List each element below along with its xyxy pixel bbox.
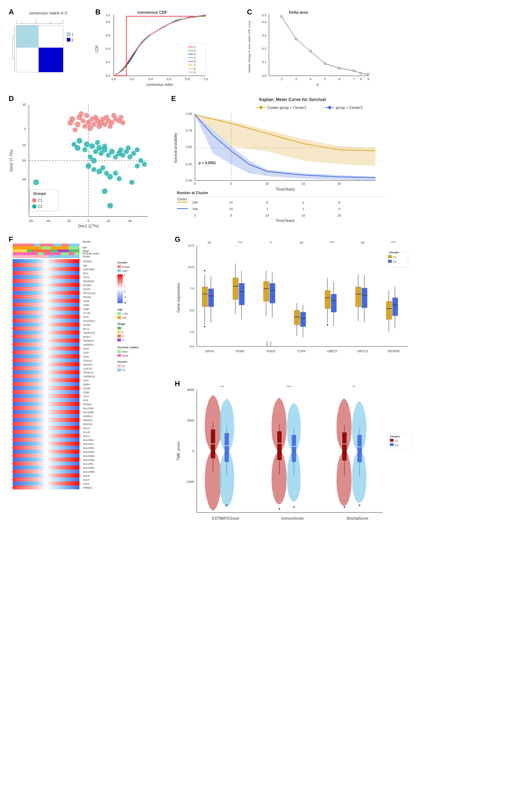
svg-text:0.50: 0.50 bbox=[186, 145, 192, 149]
svg-rect-293 bbox=[13, 462, 79, 466]
svg-rect-271 bbox=[13, 418, 79, 422]
svg-text:<=60: <=60 bbox=[122, 313, 128, 315]
svg-text:BTN3A1: BTN3A1 bbox=[83, 284, 92, 287]
svg-text:*: * bbox=[236, 245, 237, 248]
svg-text:0: 0 bbox=[24, 127, 26, 131]
panel-d-ylabel: Dim2 (7.7%) bbox=[9, 149, 13, 171]
panel-d: D 10 0 -10 -20 -30 -60 -40 -20 0 20 bbox=[7, 94, 159, 231]
panel-h-ylabel: TME score bbox=[176, 441, 181, 460]
panel-a-title: consensus matrix k=2 bbox=[29, 11, 68, 15]
panel-b-xlabel: consensus index bbox=[146, 83, 173, 87]
svg-text:StromalScore: StromalScore bbox=[347, 516, 369, 520]
svg-text:0.0: 0.0 bbox=[190, 345, 194, 348]
svg-rect-251 bbox=[13, 378, 79, 382]
svg-text:male: male bbox=[122, 270, 127, 272]
svg-text:0: 0 bbox=[87, 219, 89, 223]
svg-rect-189 bbox=[43, 252, 61, 255]
svg-text:15: 15 bbox=[301, 182, 305, 185]
svg-text:2: 2 bbox=[194, 45, 196, 49]
svg-text:II: II bbox=[122, 331, 123, 333]
svg-point-133 bbox=[135, 163, 140, 169]
svg-text:CD47: CD47 bbox=[83, 379, 89, 382]
svg-rect-279 bbox=[13, 434, 79, 438]
panel-h: H 4000 2000 0 -2000 TME score ESTIMATESc… bbox=[173, 379, 419, 541]
svg-text:Age: Age bbox=[83, 264, 87, 267]
svg-text:Stage: Stage bbox=[117, 322, 125, 326]
svg-text:Time(Years): Time(Years) bbox=[275, 219, 295, 223]
svg-rect-253 bbox=[13, 382, 79, 386]
svg-text:ICOSDSLG: ICOSDSLG bbox=[83, 320, 95, 322]
svg-text:0.00: 0.00 bbox=[186, 179, 192, 182]
svg-rect-219 bbox=[13, 315, 79, 319]
age-label: Age bbox=[82, 246, 87, 249]
svg-point-458 bbox=[279, 508, 280, 510]
svg-rect-227 bbox=[13, 331, 79, 335]
svg-text:10: 10 bbox=[265, 182, 269, 185]
svg-text:0.75: 0.75 bbox=[186, 129, 192, 132]
svg-rect-301 bbox=[13, 477, 79, 481]
svg-text:7: 7 bbox=[194, 64, 196, 67]
svg-text:0.8: 0.8 bbox=[185, 77, 190, 81]
svg-rect-237 bbox=[13, 350, 79, 354]
svg-rect-299 bbox=[13, 473, 79, 477]
svg-point-127 bbox=[100, 165, 105, 170]
svg-rect-275 bbox=[13, 426, 79, 430]
panel-c-ylabel: relative change in area under CDF curve bbox=[248, 21, 251, 73]
svg-rect-285 bbox=[13, 446, 79, 450]
svg-point-87 bbox=[96, 123, 102, 129]
cluster-block-2 bbox=[39, 48, 63, 72]
svg-text:0: 0 bbox=[192, 449, 194, 453]
svg-point-124 bbox=[86, 163, 91, 169]
svg-text:ns: ns bbox=[361, 241, 365, 244]
svg-rect-369 bbox=[239, 283, 244, 305]
svg-rect-231 bbox=[13, 339, 79, 342]
svg-rect-449 bbox=[277, 431, 282, 460]
svg-rect-397 bbox=[325, 291, 330, 309]
svg-text:HLA-F: HLA-F bbox=[83, 479, 90, 481]
svg-rect-195 bbox=[13, 267, 79, 271]
svg-text:C1: C1 bbox=[393, 256, 397, 259]
svg-text:-40: -40 bbox=[45, 219, 50, 223]
svg-text:6: 6 bbox=[194, 60, 196, 63]
svg-text:Groups: Groups bbox=[33, 192, 46, 196]
svg-rect-391 bbox=[300, 312, 306, 327]
svg-text:0.0: 0.0 bbox=[105, 74, 110, 78]
svg-rect-259 bbox=[13, 394, 79, 398]
svg-rect-184 bbox=[51, 246, 69, 249]
svg-point-469 bbox=[344, 506, 345, 508]
svg-rect-245 bbox=[13, 366, 79, 370]
svg-point-131 bbox=[113, 171, 118, 176]
svg-text:KIR2DL1: KIR2DL1 bbox=[83, 415, 93, 418]
svg-text:0.4: 0.4 bbox=[105, 47, 110, 51]
svg-point-97 bbox=[111, 113, 116, 118]
svg-text:ADORA2A: ADORA2A bbox=[83, 280, 95, 283]
svg-rect-427 bbox=[388, 255, 392, 258]
svg-text:PDCD1: PDCD1 bbox=[83, 296, 91, 298]
svg-text:6: 6 bbox=[338, 77, 340, 81]
delta-point-5 bbox=[324, 62, 326, 65]
svg-rect-147 bbox=[327, 105, 331, 109]
svg-text:****: **** bbox=[391, 241, 396, 244]
svg-rect-475 bbox=[390, 443, 394, 446]
svg-point-132 bbox=[117, 176, 122, 181]
svg-text:HLA-DOA: HLA-DOA bbox=[83, 443, 94, 445]
svg-text:5.0: 5.0 bbox=[190, 309, 194, 312]
svg-text:2.5: 2.5 bbox=[190, 330, 194, 334]
svg-point-94 bbox=[108, 124, 113, 129]
svg-rect-473 bbox=[390, 439, 394, 442]
svg-text:HLA-DRB1: HLA-DRB1 bbox=[83, 467, 95, 469]
svg-text:ns: ns bbox=[300, 241, 303, 244]
svg-text:Cluster: Cluster bbox=[389, 251, 399, 254]
svg-rect-188 bbox=[13, 252, 38, 255]
svg-text:C2: C2 bbox=[393, 260, 397, 263]
panel-a: A consensus matrix k=2 bbox=[7, 7, 87, 90]
svg-text:BTNL9: BTNL9 bbox=[83, 336, 91, 338]
svg-text:TNFRSF14: TNFRSF14 bbox=[83, 332, 95, 334]
svg-point-135 bbox=[142, 162, 147, 167]
svg-rect-267 bbox=[13, 410, 79, 414]
svg-point-123 bbox=[135, 147, 140, 152]
svg-text:-20: -20 bbox=[66, 219, 71, 223]
panel-c-xlabel: k bbox=[317, 83, 319, 87]
scatter-c2 bbox=[77, 138, 82, 144]
svg-text:TNFRSF18: TNFRSF18 bbox=[83, 375, 95, 378]
